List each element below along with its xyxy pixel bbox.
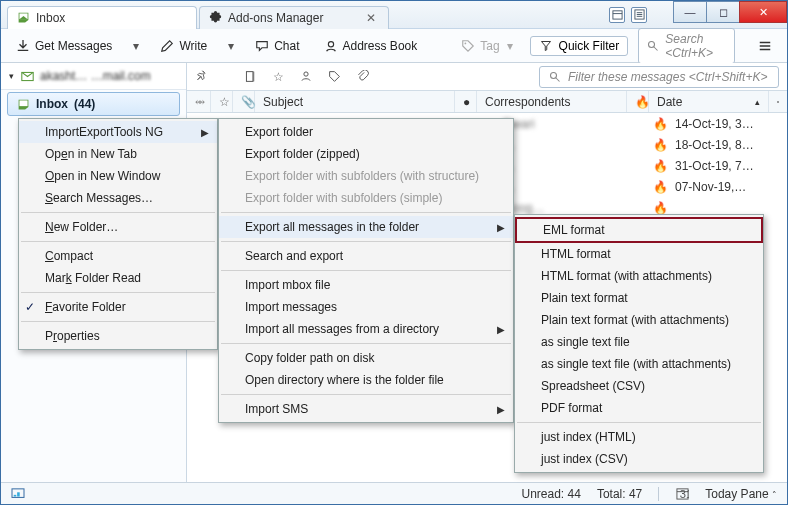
col-date[interactable]: Date ▴ [649, 91, 769, 112]
menu-item-label: EML format [543, 223, 605, 237]
tab-inbox[interactable]: Inbox [7, 6, 197, 29]
inbox-icon [16, 97, 30, 111]
menu-item[interactable]: Properties [19, 325, 217, 347]
tab-addons[interactable]: Add-ons Manager ✕ [199, 6, 389, 29]
status-bar: Unread: 44 Total: 47 31 Today Pane ˄ [1, 482, 787, 504]
date-cell: 18-Oct-19, 8… [667, 138, 787, 152]
chat-button[interactable]: Chat [248, 35, 306, 57]
menu-item[interactable]: just index (HTML) [515, 426, 763, 448]
menu-item-label: Import mbox file [245, 278, 330, 292]
folder-label: Inbox [36, 97, 68, 111]
menu-item[interactable]: PDF format [515, 397, 763, 419]
from-cell: Goog… [495, 201, 645, 215]
write-dropdown[interactable]: ▾ [224, 39, 238, 53]
tag-button[interactable]: Tag ▾ [454, 35, 519, 57]
address-book-button[interactable]: Address Book [317, 35, 425, 57]
menu-item-label: Export folder (zipped) [245, 147, 360, 161]
calendar-tab-icon[interactable] [609, 7, 625, 23]
message-filter-input[interactable]: Filter these messages <Ctrl+Shift+K> [539, 66, 779, 88]
attachment-filter-icon[interactable] [355, 70, 369, 84]
menu-item[interactable]: HTML format [515, 243, 763, 265]
import-export-submenu: Export folderExport folder (zipped)Expor… [218, 118, 514, 423]
menu-item[interactable]: Open directory where is the folder file [219, 369, 513, 391]
write-button[interactable]: Write [153, 35, 214, 57]
tasks-tab-icon[interactable] [631, 7, 647, 23]
contact-filter-icon[interactable] [299, 70, 313, 84]
close-icon[interactable]: ✕ [366, 11, 376, 25]
menu-item[interactable]: Import all messages from a directory▶ [219, 318, 513, 340]
menu-item[interactable]: Import mbox file [219, 274, 513, 296]
menu-item[interactable]: Search Messages… [19, 187, 217, 209]
col-star[interactable]: ☆ [211, 91, 233, 112]
pin-icon[interactable] [195, 70, 209, 84]
menu-item[interactable]: Compact [19, 245, 217, 267]
starred-filter-icon[interactable]: ☆ [271, 70, 285, 84]
maximize-button[interactable]: ◻ [706, 1, 740, 23]
col-thread[interactable]: ⥈ [187, 91, 211, 112]
menu-item[interactable]: Import SMS▶ [219, 398, 513, 420]
svg-rect-16 [777, 101, 778, 102]
app-menu-button[interactable] [751, 35, 779, 57]
account-row[interactable]: ▾ akasht… …mail.com [1, 63, 186, 90]
chevron-right-icon: ▶ [201, 127, 209, 138]
menu-item[interactable]: Export all messages in the folder▶ [219, 216, 513, 238]
junk-icon[interactable]: 🔥 [645, 138, 667, 152]
menu-item[interactable]: New Folder… [19, 216, 217, 238]
tags-filter-icon[interactable] [327, 70, 341, 84]
today-pane-button[interactable]: Today Pane ˄ [705, 487, 777, 501]
get-messages-dropdown[interactable]: ▾ [129, 39, 143, 53]
menu-item[interactable]: Open in New Window [19, 165, 217, 187]
col-correspondents[interactable]: Correspondents [477, 91, 627, 112]
menu-item[interactable]: as single text file [515, 331, 763, 353]
col-subject[interactable]: Subject [255, 91, 455, 112]
col-attach[interactable]: 📎 [233, 91, 255, 112]
junk-icon[interactable]: 🔥 [645, 201, 667, 215]
menu-item[interactable]: Mark Folder Read [19, 267, 217, 289]
titlebar: Inbox Add-ons Manager ✕ — ◻ ✕ [1, 1, 787, 29]
quick-filter-button[interactable]: Quick Filter [530, 36, 629, 56]
global-search-input[interactable]: Search <Ctrl+K> [638, 28, 735, 64]
menu-item-label: Open in New Tab [45, 147, 137, 161]
menu-item[interactable]: Open in New Tab [19, 143, 217, 165]
activity-icon[interactable] [11, 487, 25, 501]
col-junk[interactable]: 🔥 [627, 91, 649, 112]
menu-item[interactable]: Plain text format (with attachments) [515, 309, 763, 331]
menu-item-label: Open in New Window [45, 169, 160, 183]
menu-item[interactable]: Search and export [219, 245, 513, 267]
col-picker[interactable] [769, 91, 787, 112]
col-read[interactable]: ● [455, 91, 477, 112]
menu-item[interactable]: ✓Favorite Folder [19, 296, 217, 318]
menu-item-label: Import all messages from a directory [245, 322, 439, 336]
button-label: Tag [480, 39, 499, 53]
menu-item[interactable]: Export folder (zipped) [219, 143, 513, 165]
menu-item-label: ImportExportTools NG [45, 125, 163, 139]
menu-item[interactable]: EML format [515, 217, 763, 243]
junk-icon[interactable]: 🔥 [645, 117, 667, 131]
menu-item[interactable]: as single text file (with attachments) [515, 353, 763, 375]
junk-icon[interactable]: 🔥 [645, 180, 667, 194]
unread-filter-icon[interactable] [243, 70, 257, 84]
menu-item[interactable]: HTML format (with attachments) [515, 265, 763, 287]
menu-item[interactable]: Copy folder path on disk [219, 347, 513, 369]
menu-item[interactable]: Import messages [219, 296, 513, 318]
chevron-right-icon: ▶ [497, 324, 505, 335]
menu-item[interactable]: Export folder [219, 121, 513, 143]
close-button[interactable]: ✕ [739, 1, 787, 23]
menu-item[interactable]: ImportExportTools NG▶ [19, 121, 217, 143]
pencil-icon [160, 39, 174, 53]
menu-item-label: Search Messages… [45, 191, 153, 205]
menu-item[interactable]: Spreadsheet (CSV) [515, 375, 763, 397]
junk-icon[interactable]: 🔥 [645, 159, 667, 173]
button-label: Quick Filter [559, 39, 620, 53]
window-controls: — ◻ ✕ [674, 1, 787, 23]
menu-item[interactable]: just index (CSV) [515, 448, 763, 470]
download-icon [16, 39, 30, 53]
minimize-button[interactable]: — [673, 1, 707, 23]
svg-point-6 [328, 41, 333, 46]
get-messages-button[interactable]: Get Messages [9, 35, 119, 57]
menu-item[interactable]: Plain text format [515, 287, 763, 309]
folder-inbox[interactable]: Inbox (44) [7, 92, 180, 116]
export-format-submenu: EML formatHTML formatHTML format (with a… [514, 214, 764, 473]
tab-label: Add-ons Manager [228, 11, 323, 25]
menu-item-label: Compact [45, 249, 93, 263]
